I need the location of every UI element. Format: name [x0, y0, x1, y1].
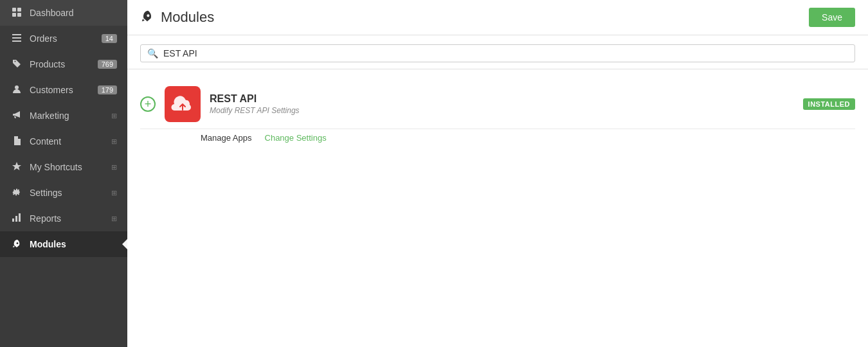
svg-rect-12	[19, 213, 21, 222]
grid-icon	[10, 7, 23, 19]
module-info: REST API Modify REST API Settings	[210, 93, 794, 115]
sidebar-item-marketing[interactable]: Marketing ⊞	[0, 103, 127, 129]
module-icon	[165, 86, 201, 122]
reports-expand: ⊞	[111, 215, 117, 223]
sidebar-item-orders[interactable]: Orders 14	[0, 26, 127, 51]
module-name: REST API	[210, 93, 794, 105]
module-actions: Manage Apps Change Settings	[140, 129, 855, 143]
modules-header-icon	[140, 9, 154, 26]
orders-badge: 14	[102, 34, 117, 43]
svg-rect-6	[12, 40, 21, 42]
svg-rect-5	[12, 37, 21, 39]
chart-icon	[10, 213, 23, 225]
header-left: Modules	[140, 9, 214, 26]
customers-badge: 179	[98, 85, 117, 94]
tag-icon	[10, 58, 23, 71]
products-badge: 769	[98, 60, 117, 69]
svg-rect-8	[15, 141, 19, 141]
search-input[interactable]	[163, 48, 848, 58]
sidebar-item-reports[interactable]: Reports ⊞	[0, 206, 127, 231]
sidebar-label-orders: Orders	[30, 33, 99, 44]
sidebar-item-settings[interactable]: Settings ⊞	[0, 180, 127, 206]
page-title: Modules	[161, 9, 214, 26]
file-icon	[10, 136, 23, 148]
sidebar-label-marketing: Marketing	[30, 111, 109, 121]
person-icon	[10, 84, 23, 96]
sidebar-item-customers[interactable]: Customers 179	[0, 77, 127, 103]
sidebar-label-customers: Customers	[30, 85, 95, 95]
gear-icon	[10, 187, 23, 199]
sidebar-label-modules: Modules	[30, 239, 117, 249]
table-row: + REST API Modify REST API Settings INST…	[140, 80, 855, 129]
sidebar-label-products: Products	[30, 59, 95, 69]
save-button[interactable]: Save	[809, 8, 855, 27]
sidebar-item-content[interactable]: Content ⊞	[0, 129, 127, 154]
content-expand: ⊞	[111, 138, 117, 146]
star-icon	[10, 161, 23, 174]
svg-rect-2	[12, 13, 16, 17]
header: Modules Save	[127, 0, 868, 35]
svg-rect-1	[17, 8, 21, 12]
main-content: Modules Save 🔍 + REST API Modify REST AP…	[127, 0, 868, 347]
sidebar-label-reports: Reports	[30, 213, 109, 224]
sidebar: Dashboard Orders 14 Products 769 Custome…	[0, 0, 127, 347]
sidebar-item-modules[interactable]: Modules	[0, 231, 127, 257]
megaphone-icon	[10, 110, 23, 122]
list-icon	[10, 33, 23, 45]
change-settings-link[interactable]: Change Settings	[265, 133, 327, 143]
sidebar-label-content: Content	[30, 136, 109, 147]
rocket-icon	[10, 238, 23, 251]
svg-rect-4	[12, 34, 21, 35]
add-module-button[interactable]: +	[140, 96, 156, 112]
settings-expand: ⊞	[111, 189, 117, 197]
svg-point-7	[15, 85, 19, 89]
sidebar-item-products[interactable]: Products 769	[0, 51, 127, 77]
active-arrow	[122, 239, 127, 249]
sidebar-item-my-shortcuts[interactable]: My Shortcuts ⊞	[0, 154, 127, 180]
search-icon: 🔍	[147, 48, 158, 58]
svg-rect-10	[12, 218, 14, 222]
sidebar-label-dashboard: Dashboard	[30, 8, 117, 18]
manage-apps-link[interactable]: Manage Apps	[201, 133, 252, 143]
marketing-expand: ⊞	[111, 112, 117, 120]
sidebar-label-settings: Settings	[30, 188, 109, 198]
module-description: Modify REST API Settings	[210, 106, 794, 115]
search-bar: 🔍	[127, 35, 868, 69]
sidebar-item-dashboard[interactable]: Dashboard	[0, 0, 127, 26]
svg-rect-0	[12, 8, 16, 12]
module-list: + REST API Modify REST API Settings INST…	[127, 69, 868, 153]
svg-rect-9	[15, 142, 19, 143]
shortcuts-expand: ⊞	[111, 163, 117, 172]
sidebar-label-my-shortcuts: My Shortcuts	[30, 162, 109, 172]
search-container: 🔍	[140, 44, 855, 62]
svg-rect-3	[17, 13, 21, 17]
installed-badge: INSTALLED	[803, 98, 855, 110]
svg-rect-11	[15, 216, 17, 222]
